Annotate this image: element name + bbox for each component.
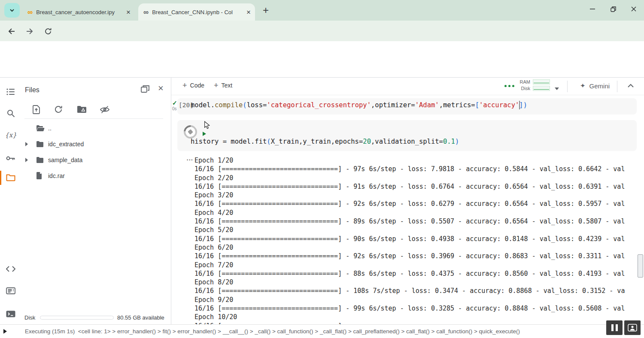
output-line: Epoch 1/20	[194, 156, 638, 165]
tab-title: Breast_cancer_autoencoder.ipy	[36, 9, 124, 15]
tab-close-icon[interactable]: ×	[126, 9, 131, 16]
expand-arrow-icon[interactable]	[25, 158, 36, 162]
plus-icon: +	[214, 81, 219, 89]
file-tree-item-idc-rar[interactable]: idc.rar	[21, 168, 171, 184]
output-line: Epoch 7/20	[194, 261, 638, 269]
colab-tab-icon: ∞	[27, 9, 33, 16]
resources-dropdown-icon[interactable]	[555, 85, 559, 91]
window-controls	[582, 0, 644, 18]
add-code-button[interactable]: + Code	[182, 81, 204, 89]
folder-icon	[36, 157, 48, 163]
upload-file-icon[interactable]	[30, 103, 42, 115]
variables-icon[interactable]: {x}	[6, 130, 16, 140]
chevron-down-icon	[9, 7, 15, 13]
mount-drive-icon[interactable]	[76, 103, 88, 115]
output-line: Epoch 3/20	[194, 191, 638, 199]
disk-usage: Disk 80.55 GB available	[24, 314, 164, 321]
table-of-contents-icon[interactable]	[6, 87, 16, 97]
output-line: 16/16 [==============================] -…	[194, 304, 638, 313]
forward-arrow-icon	[25, 27, 34, 36]
forward-button[interactable]	[24, 26, 35, 37]
new-tab-button[interactable]: +	[263, 4, 269, 16]
notebook-content: ✓ 0s [20] model.compile(loss='categorica…	[171, 95, 644, 324]
toolbar-separator	[567, 81, 568, 92]
file-tree: ..idc_extractedsample_dataidc.rar	[21, 120, 171, 184]
window-close-button[interactable]	[623, 0, 644, 18]
notebook-toolbar: + Code + Text RAM Disk ✦ Gemini	[171, 78, 644, 95]
expand-status-icon[interactable]	[3, 329, 7, 334]
output-line: 16/16 [==============================] -…	[194, 235, 638, 243]
browser-tab-strip: ∞Breast_cancer_autoencoder.ipy×∞Breast_C…	[0, 0, 644, 21]
output-line: Epoch 10/20	[194, 313, 638, 321]
output-line: 16/16 [==============================] -…	[194, 287, 638, 295]
minimize-icon	[590, 6, 595, 12]
collapse-toolbar-icon[interactable]	[627, 83, 634, 89]
window-minimize-button[interactable]	[582, 0, 603, 18]
restore-icon	[611, 6, 616, 12]
ram-sparkline	[533, 79, 550, 84]
file-tree-item-sample-data[interactable]: sample_data	[21, 152, 171, 168]
files-panel-title: Files	[25, 86, 39, 94]
code-snippets-icon[interactable]	[6, 264, 16, 274]
pause-icon[interactable]	[606, 320, 623, 335]
output-line: Epoch 8/20	[194, 278, 638, 287]
terminal-icon[interactable]	[6, 309, 16, 319]
folder-open-icon	[36, 125, 48, 132]
plus-icon: +	[182, 81, 187, 89]
cell-success-check-icon: ✓	[172, 100, 177, 106]
reload-button[interactable]	[43, 26, 54, 37]
file-icon	[36, 172, 48, 179]
browser-window: ∞Breast_cancer_autoencoder.ipy×∞Breast_C…	[0, 0, 644, 338]
tab-search-button[interactable]	[4, 3, 20, 18]
open-in-new-tab-icon[interactable]	[141, 85, 149, 94]
output-line: 16/16 [==============================] -…	[194, 217, 638, 226]
file-tree-item--[interactable]: ..	[21, 120, 171, 136]
disk-available-text: 80.55 GB available	[117, 314, 164, 321]
panel-divider	[24, 118, 163, 119]
toolbar-separator	[617, 81, 617, 92]
file-tree-item-idc-extracted[interactable]: idc_extracted	[21, 136, 171, 152]
code-cell-fit[interactable]	[177, 120, 637, 151]
connect-status-icon[interactable]	[504, 85, 514, 87]
active-panel-indicator	[0, 171, 1, 185]
gemini-button[interactable]: ✦ Gemini	[580, 82, 610, 90]
text-caret	[519, 101, 520, 109]
expand-arrow-icon[interactable]	[25, 142, 36, 146]
window-restore-button[interactable]	[603, 0, 623, 18]
file-name: sample_data	[48, 157, 82, 163]
output-line: 16/16 [==============================] -…	[194, 199, 638, 208]
cell-output: Epoch 1/2016/16 [=======================…	[194, 156, 638, 324]
files-folder-icon[interactable]	[6, 172, 16, 183]
output-line: Epoch 5/20	[194, 226, 638, 234]
presenter-view-icon[interactable]	[624, 320, 641, 335]
refresh-files-icon[interactable]	[52, 103, 64, 115]
output-line: Epoch 9/20	[194, 296, 638, 304]
file-name: ..	[48, 125, 52, 132]
browser-tab-2[interactable]: ∞Breast_Cancer_CNN.ipynb - Col×	[138, 3, 255, 21]
files-panel: Files × ..idc_extractedsample_dataidc.ra…	[21, 78, 171, 324]
gemini-star-icon: ✦	[580, 82, 586, 90]
mouse-cursor	[204, 121, 210, 131]
output-line: 16/16 [==============================] -…	[194, 252, 638, 260]
output-line: Epoch 2/20	[194, 174, 638, 182]
overlay-controls	[606, 320, 641, 335]
search-icon[interactable]	[6, 108, 16, 118]
output-options-icon[interactable]: •••	[187, 158, 193, 162]
add-text-button[interactable]: + Text	[214, 81, 232, 89]
close-panel-icon[interactable]: ×	[158, 83, 164, 94]
secrets-key-icon[interactable]	[6, 153, 16, 163]
tab-title: Breast_Cancer_CNN.ipynb - Col	[152, 9, 244, 15]
browser-tab-1[interactable]: ∞Breast_cancer_autoencoder.ipy×	[22, 3, 135, 21]
code-line-fit[interactable]: history = model.fit(X_train,y_train,epoc…	[191, 138, 459, 145]
disk-usage-bar	[40, 316, 114, 320]
toggle-hidden-files-icon[interactable]	[99, 103, 111, 115]
command-palette-icon[interactable]	[6, 286, 16, 296]
execution-status-text: Executing (15m 1s) <cell line: 1> > erro…	[25, 328, 520, 335]
back-button[interactable]	[6, 26, 17, 37]
scrollbar-thumb[interactable]	[638, 254, 643, 278]
code-line-compile[interactable]: model.compile(loss='categorical_crossent…	[191, 101, 527, 109]
resources-widget[interactable]: RAM Disk	[517, 79, 550, 91]
status-bar: Executing (15m 1s) <cell line: 1> > erro…	[0, 324, 644, 338]
tab-close-icon[interactable]: ×	[246, 9, 251, 16]
output-line: 16/16 [==============================] -…	[194, 165, 638, 173]
